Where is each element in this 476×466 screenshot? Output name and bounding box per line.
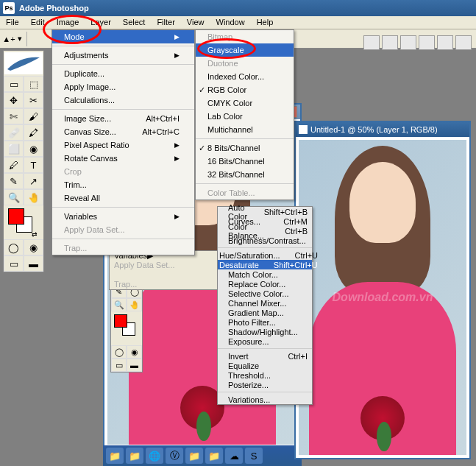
menuitem-reveal-all[interactable]: Reveal All [52, 191, 194, 205]
swap-colors-icon[interactable]: ⇄ [32, 230, 38, 238]
menuitem-variations[interactable]: Variations... [218, 395, 312, 404]
tool-back[interactable]: 🤚 [127, 298, 142, 311]
background-color-back[interactable] [122, 322, 135, 336]
menuitem-indexed-color[interactable]: Indexed Color... [196, 70, 294, 83]
menuitem-variables[interactable]: Variables▶ [52, 210, 194, 223]
menuitem-16-bits-channel[interactable]: 16 Bits/Channel [196, 155, 294, 168]
taskbar-item[interactable]: S [245, 448, 263, 464]
menuitem-pixel-aspect-ratio[interactable]: Pixel Aspect Ratio▶ [52, 138, 194, 152]
taskbar-item[interactable]: 📁 [205, 448, 223, 464]
tool-button[interactable]: ◉ [24, 141, 43, 157]
menuitem-shadow-highlight[interactable]: Shadow/Highlight... [218, 327, 312, 336]
mode-back[interactable]: ◯ [111, 345, 127, 359]
menuitem-posterize[interactable]: Posterize... [218, 380, 312, 389]
mode-back[interactable]: ▬ [127, 359, 142, 372]
menuitem-photo-filter[interactable]: Photo Filter... [218, 317, 312, 327]
tool-button[interactable]: 🖌 [24, 108, 43, 124]
menu-image[interactable]: Image [51, 16, 85, 29]
menuitem-mode[interactable]: Mode▶ [52, 30, 194, 43]
tool-button[interactable]: 🖊 [4, 157, 24, 173]
menuitem-gradient-map[interactable]: Gradient Map... [218, 308, 312, 317]
taskbar-item[interactable]: ☁ [225, 448, 243, 464]
background-color[interactable] [16, 216, 32, 233]
menuitem-threshold[interactable]: Threshold... [218, 370, 312, 380]
menuitem-auto-color[interactable]: Auto ColorShift+Ctrl+B [218, 207, 312, 216]
distribute-button[interactable] [419, 35, 435, 50]
color-swatches[interactable]: ⇄ [4, 208, 43, 239]
menuitem-32-bits-channel[interactable]: 32 Bits/Channel [196, 168, 294, 181]
menuitem-duplicate[interactable]: Duplicate... [52, 67, 194, 80]
distribute-button-2[interactable] [437, 35, 453, 50]
menuitem-selective-color[interactable]: Selective Color... [218, 289, 312, 298]
tool-button[interactable]: ✂ [24, 92, 43, 108]
menuitem-lab-color[interactable]: Lab Color [196, 110, 294, 123]
menuitem-label: Brightness/Contrast... [228, 236, 308, 245]
taskbar-item[interactable]: 📁 [106, 448, 124, 464]
tool-button[interactable]: 🤚 [24, 189, 43, 205]
tool-button[interactable]: ▭ [4, 76, 24, 92]
menu-filter[interactable]: Filter [151, 16, 180, 29]
tool-preset-dropdown[interactable]: ▾ [18, 34, 22, 43]
tool-button[interactable]: ✄ [4, 108, 24, 124]
tool-button[interactable]: T [24, 157, 43, 173]
menu-select[interactable]: Select [117, 16, 152, 29]
menu-help[interactable]: Help [251, 16, 280, 29]
quickmask-standard[interactable]: ◯ [4, 239, 24, 255]
menuitem-color-balance[interactable]: Color Balance...Ctrl+B [218, 226, 312, 236]
menu-view[interactable]: View [181, 16, 210, 29]
menuitem-hue-saturation[interactable]: Hue/Saturation...Ctrl+U [218, 250, 312, 260]
align-left-button[interactable] [363, 35, 380, 50]
menuitem-desaturate[interactable]: DesaturateShift+Ctrl+U [218, 260, 312, 269]
distribute-button-3[interactable] [455, 35, 472, 50]
menuitem-adjustments[interactable]: Adjustments▶ [52, 49, 194, 62]
menuitem-apply-image[interactable]: Apply Image... [52, 80, 194, 93]
menu-layer[interactable]: Layer [85, 16, 117, 29]
menuitem-match-color[interactable]: Match Color... [218, 269, 312, 279]
quickmask-mask[interactable]: ◉ [24, 239, 43, 255]
tool-button[interactable]: ↗ [24, 173, 43, 189]
taskbar-item[interactable]: 📁 [185, 448, 203, 464]
menuitem-multichannel[interactable]: Multichannel [196, 123, 294, 136]
tool-button[interactable]: ⬚ [24, 76, 43, 92]
tool-button[interactable]: ✥ [4, 92, 24, 108]
menuitem-channel-mixer[interactable]: Channel Mixer... [218, 298, 312, 308]
tool-button[interactable]: 🔍 [4, 189, 24, 205]
menu-window[interactable]: Window [210, 16, 251, 29]
align-center-button[interactable] [382, 35, 398, 50]
menuitem-exposure[interactable]: Exposure... [218, 336, 312, 346]
menu-edit[interactable]: Edit [25, 16, 51, 29]
menuitem-trim[interactable]: Trim... [52, 178, 194, 191]
foreground-color-back[interactable] [114, 314, 127, 328]
taskbar-item[interactable]: 🌐 [146, 448, 163, 464]
menuitem-grayscale[interactable]: Grayscale [196, 43, 294, 57]
align-right-button[interactable] [400, 35, 416, 50]
menuitem-8-bits-channel[interactable]: ✓8 Bits/Channel [196, 141, 294, 155]
menuitem-equalize[interactable]: Equalize [218, 361, 312, 370]
tool-button[interactable]: 🩹 [4, 124, 24, 141]
document-window-front[interactable]: Untitled-1 @ 50% (Layer 1, RGB/8) Downlo… [294, 121, 471, 459]
photo-canvas-front[interactable]: Download.com.vn [299, 140, 466, 455]
tool-button[interactable]: 🖍 [24, 124, 43, 141]
foreground-color[interactable] [8, 208, 24, 225]
tool-button[interactable]: ⬜ [4, 141, 24, 157]
menuitem-invert[interactable]: InvertCtrl+I [218, 351, 312, 361]
menuitem-image-size[interactable]: Image Size...Alt+Ctrl+I [52, 112, 194, 125]
menuitem-replace-color[interactable]: Replace Color... [218, 279, 312, 289]
menu-file[interactable]: File [0, 16, 25, 29]
menuitem-canvas-size[interactable]: Canvas Size...Alt+Ctrl+C [52, 125, 194, 138]
menuitem-cmyk-color[interactable]: CMYK Color [196, 96, 294, 110]
menuitem-rgb-color[interactable]: ✓RGB Color [196, 83, 294, 96]
taskbar-item[interactable]: 📁 [126, 448, 143, 464]
tool-back[interactable]: 🔍 [111, 298, 127, 311]
mode-back[interactable]: ◉ [127, 345, 142, 359]
tool-button[interactable]: ✎ [4, 173, 24, 189]
menuitem-label: 16 Bits/Channel [207, 157, 279, 166]
mode-back[interactable]: ▭ [111, 359, 127, 372]
menuitem-brightness-contrast[interactable]: Brightness/Contrast... [218, 236, 312, 245]
menuitem-rotate-canvas[interactable]: Rotate Canvas▶ [52, 152, 194, 165]
screen-standard[interactable]: ▭ [4, 255, 24, 272]
screen-full[interactable]: ▬ [24, 255, 43, 272]
taskbar-item[interactable]: Ⓥ [166, 448, 183, 464]
doc-front-titlebar[interactable]: Untitled-1 @ 50% (Layer 1, RGB/8) [296, 122, 469, 137]
menuitem-calculations[interactable]: Calculations... [52, 93, 194, 107]
